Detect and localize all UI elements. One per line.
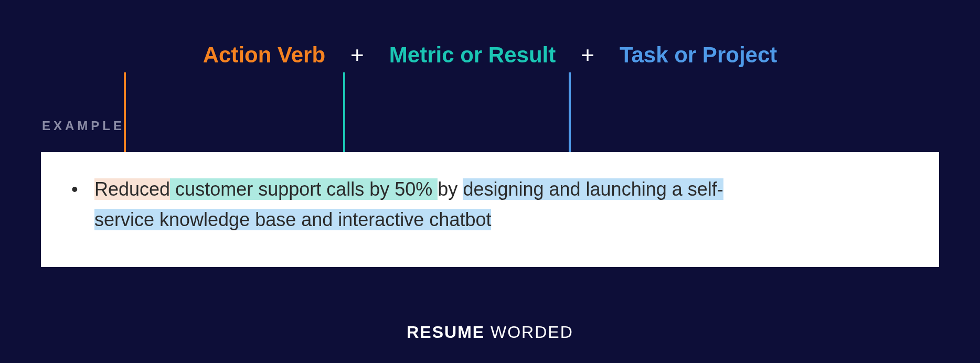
task-label: Task or Project [620,42,777,68]
example-heading: EXAMPLE [42,119,125,133]
highlight-task-line1: designing and launching a self- [463,178,723,200]
example-bullet-line: • Reduced customer support calls by 50% … [71,174,909,234]
formula-row: Action Verb + Metric or Result + Task or… [0,42,980,68]
bullet-icon: • [71,174,94,205]
connector-word: by [438,178,463,200]
highlight-task-line2: service knowledge base and interactive c… [94,209,491,230]
metric-label: Metric or Result [389,42,556,68]
plus-icon: + [350,42,364,68]
brand-footer: RESUME WORDED [0,323,980,342]
example-box: • Reduced customer support calls by 50% … [41,152,939,267]
brand-first: RESUME [407,323,485,341]
highlight-metric: customer support calls by 50% [170,178,438,200]
highlight-action-verb: Reduced [94,178,170,200]
example-text: Reduced customer support calls by 50% by… [94,174,909,234]
brand-second: WORDED [485,323,573,341]
action-verb-label: Action Verb [203,42,325,68]
plus-icon: + [581,42,594,68]
